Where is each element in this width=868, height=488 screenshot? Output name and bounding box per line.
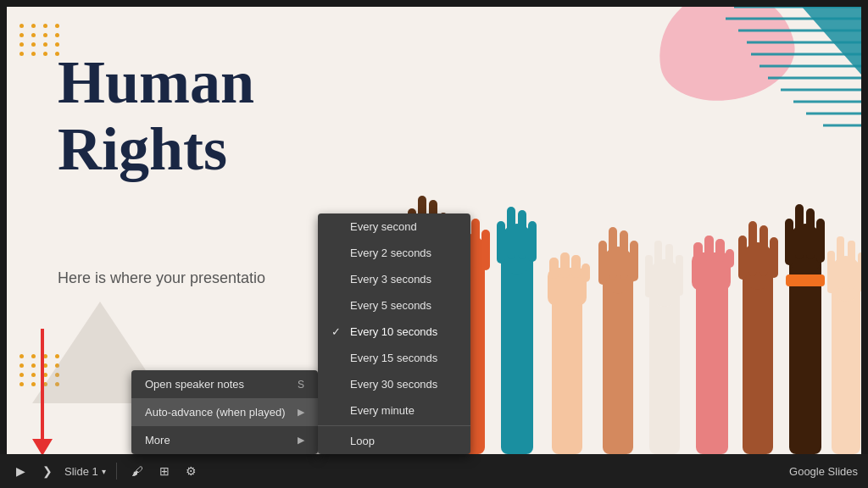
svg-rect-35: [581, 263, 590, 282]
svg-rect-47: [676, 255, 683, 296]
svg-rect-29: [528, 221, 537, 262]
svg-rect-30: [552, 293, 582, 454]
svg-rect-70: [837, 236, 844, 289]
timing-submenu: Every second Every 2 seconds Every 3 sec…: [318, 214, 470, 454]
svg-rect-58: [760, 225, 768, 276]
red-arrow: [32, 329, 53, 454]
svg-rect-71: [848, 241, 855, 289]
svg-rect-24: [501, 251, 533, 454]
timing-every-minute[interactable]: Every minute: [318, 397, 470, 424]
svg-rect-56: [738, 236, 747, 280]
svg-rect-26: [497, 221, 505, 263]
timing-every-15-seconds[interactable]: Every 15 seconds: [318, 345, 470, 371]
svg-rect-53: [726, 249, 734, 268]
svg-rect-38: [598, 241, 607, 285]
timing-every-10-seconds[interactable]: ✓ Every 10 seconds: [318, 319, 470, 345]
svg-rect-39: [609, 227, 617, 280]
orange-dots-top: [19, 24, 62, 56]
svg-rect-22: [471, 219, 480, 268]
svg-rect-52: [715, 239, 725, 262]
svg-rect-50: [693, 242, 703, 263]
svg-rect-51: [704, 236, 714, 261]
svg-rect-48: [696, 276, 728, 454]
svg-rect-27: [507, 207, 515, 259]
toolbar-divider-1: [116, 463, 117, 480]
slide-indicator: Slide 1 ▾: [64, 465, 106, 478]
svg-rect-72: [858, 252, 861, 291]
paintbrush-button[interactable]: 🖌: [127, 461, 147, 481]
svg-rect-64: [806, 208, 815, 259]
timing-every-5-seconds[interactable]: Every 5 seconds: [318, 292, 470, 319]
svg-marker-11: [802, 7, 861, 75]
submenu-separator: [318, 425, 470, 426]
title-line1: Human: [58, 49, 254, 116]
svg-rect-57: [748, 221, 757, 276]
svg-rect-66: [786, 274, 825, 286]
svg-rect-36: [603, 272, 633, 454]
svg-rect-45: [654, 241, 662, 293]
svg-rect-59: [770, 237, 778, 278]
timing-every-30-seconds[interactable]: Every 30 seconds: [318, 371, 470, 397]
present-options-button[interactable]: ⊞: [154, 461, 175, 481]
svg-rect-42: [649, 285, 680, 454]
slide-title: Human Rights: [58, 49, 254, 183]
timing-every-2-seconds[interactable]: Every 2 seconds: [318, 240, 470, 266]
svg-rect-41: [630, 241, 638, 281]
slide-subtitle: Here is where your presentatio: [58, 269, 265, 287]
svg-rect-32: [549, 258, 559, 279]
timing-loop[interactable]: Loop: [318, 428, 470, 454]
timing-every-3-seconds[interactable]: Every 3 seconds: [318, 266, 470, 292]
context-menu-item-speaker-notes[interactable]: Open speaker notes S: [131, 370, 318, 398]
svg-rect-69: [827, 251, 835, 293]
context-menu-item-more[interactable]: More ▶: [131, 426, 318, 454]
context-menu-item-auto-advance[interactable]: Auto-advance (when played) ▶: [131, 398, 318, 426]
svg-rect-62: [785, 219, 793, 265]
context-menu: Open speaker notes S Auto-advance (when …: [131, 370, 318, 454]
title-line2: Rights: [58, 116, 254, 183]
toolbar: ▶ ❯ Slide 1 ▾ 🖌 ⊞ ⚙ Google Slides: [0, 454, 868, 488]
slide-label: Slide 1: [64, 465, 98, 478]
svg-rect-28: [518, 210, 526, 259]
more-arrow-icon: ▶: [298, 435, 304, 446]
google-slides-logo: Google Slides: [789, 465, 858, 478]
svg-rect-23: [481, 230, 490, 270]
svg-rect-63: [795, 204, 804, 259]
timing-every-second[interactable]: Every second: [318, 214, 470, 240]
svg-rect-46: [665, 244, 673, 293]
slide-dropdown-arrow[interactable]: ▾: [102, 467, 106, 476]
svg-rect-34: [571, 255, 581, 278]
svg-rect-65: [816, 219, 825, 263]
svg-rect-40: [620, 230, 628, 280]
submenu-arrow-icon: ▶: [298, 407, 304, 418]
settings-button[interactable]: ⚙: [181, 461, 202, 481]
play-button[interactable]: ▶: [10, 461, 31, 481]
svg-rect-33: [560, 252, 570, 278]
svg-rect-44: [645, 255, 653, 297]
next-slide-button[interactable]: ❯: [37, 461, 58, 481]
svg-rect-54: [743, 268, 773, 454]
svg-rect-67: [832, 280, 860, 454]
